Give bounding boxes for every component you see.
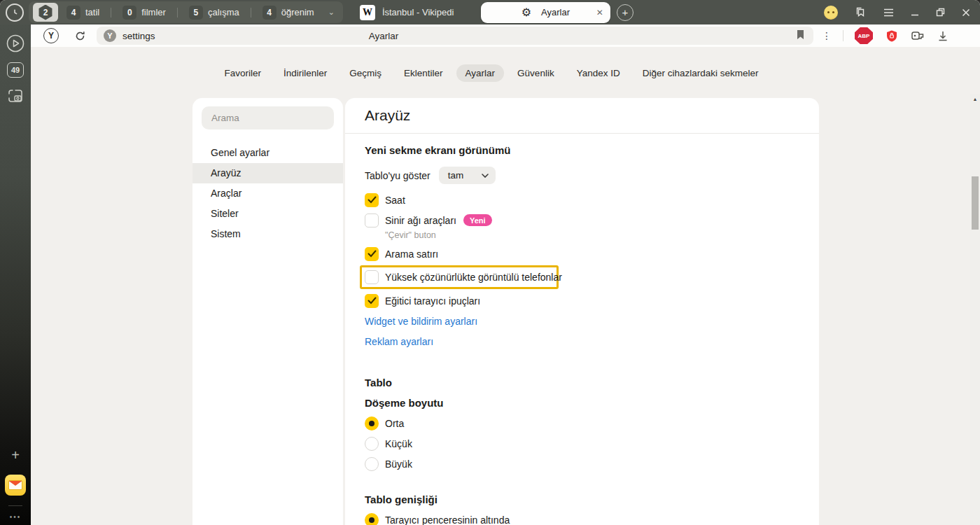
screenshot-icon[interactable] (6, 88, 24, 104)
radio-unselected[interactable] (365, 457, 379, 471)
divider (251, 8, 251, 18)
radio-unselected[interactable] (365, 437, 379, 451)
profile-avatar[interactable] (824, 6, 838, 20)
divider (843, 30, 844, 41)
video-play-icon[interactable] (6, 34, 24, 52)
tab-ayarlar-active[interactable]: ⚙ Ayarlar ✕ (481, 2, 610, 23)
checkbox-row-sinir-agi[interactable]: Sinir ağı araçları Yeni (365, 210, 799, 230)
checkbox-label: Sinir ağı araçları (385, 215, 456, 226)
tab-group-label: tatil (85, 7, 99, 18)
nav-gecmis[interactable]: Geçmiş (340, 64, 391, 82)
page-scrollbar[interactable]: ▲ (970, 94, 980, 525)
tile-size-heading: Döşeme boyutu (365, 393, 799, 413)
ad-settings-link[interactable]: Reklam ayarları (365, 336, 433, 347)
show-table-row: Tablo'yu göster tam (365, 167, 799, 184)
settings-search-input[interactable] (202, 106, 334, 130)
checkbox-row-saat[interactable]: Saat (365, 190, 799, 210)
section-araclar[interactable]: Araçlar (192, 183, 343, 204)
yandex-home-button[interactable]: Y (43, 28, 59, 43)
tab-title: Ayarlar (541, 7, 570, 18)
adblock-abp-icon[interactable]: ABP (855, 27, 873, 44)
checkbox-label: Eğitici tarayıcı ipuçları (385, 295, 480, 307)
section-siteler[interactable]: Siteler (192, 204, 343, 224)
tab-group-filmler[interactable]: 0 filmler (115, 3, 173, 22)
tab-group-current[interactable]: 2 (33, 3, 58, 22)
tab-istanbul-vikipedi[interactable]: W İstanbul - Vikipedi (353, 1, 475, 23)
section-sistem[interactable]: Sistem (192, 224, 343, 244)
downloads-icon[interactable] (937, 30, 948, 42)
tab-group-ogrenim[interactable]: 4 öğrenim (255, 3, 321, 22)
widget-notification-settings-link[interactable]: Widget ve bildirim ayarları (365, 316, 477, 327)
url-text[interactable]: settings (122, 31, 155, 41)
checkbox-row-yuksek-cozunurluk[interactable]: Yüksek çözünürlükte görüntülü telefonlar (365, 268, 562, 286)
checkbox-unchecked[interactable] (365, 214, 379, 227)
maximize-button[interactable] (936, 8, 945, 17)
radio-label: Büyük (385, 458, 412, 470)
menu-hamburger-icon[interactable] (883, 8, 894, 17)
tab-close-icon[interactable]: ✕ (596, 8, 603, 18)
tab-group-tatil[interactable]: 4 tatil (59, 3, 106, 22)
checkbox-checked[interactable] (365, 193, 379, 207)
nav-eklentiler[interactable]: Eklentiler (395, 64, 452, 82)
nav-yandex-id[interactable]: Yandex ID (568, 64, 629, 82)
scrollbar-up-arrow[interactable]: ▲ (972, 97, 979, 102)
password-manager-key-icon[interactable] (911, 29, 925, 42)
checkbox-checked[interactable] (365, 247, 379, 261)
checkbox-row-arama-satiri[interactable]: Arama satırı (365, 244, 799, 264)
divider (8, 505, 22, 506)
radio-row-orta[interactable]: Orta (365, 413, 799, 433)
nav-diger-cihazlar[interactable]: Diğer cihazlardaki sekmeler (634, 64, 768, 82)
checkbox-checked[interactable] (365, 294, 379, 308)
new-tab-button[interactable]: + (617, 4, 634, 21)
nav-favoriler[interactable]: Favoriler (215, 64, 270, 82)
tab-groups-chevron-down-icon[interactable]: ⌄ (328, 8, 335, 17)
page-title: Ayarlar (335, 31, 433, 41)
radio-label: Orta (385, 418, 404, 429)
section-arayuz-active[interactable]: Arayüz (192, 163, 343, 183)
radio-selected[interactable] (365, 513, 379, 525)
checkbox-row-egitici-ipuclari[interactable]: Eğitici tarayıcı ipuçları (365, 290, 799, 311)
tab-group-calisma[interactable]: 5 çalışma (182, 3, 246, 22)
radio-selected[interactable] (365, 416, 379, 430)
new-feature-badge: Yeni (463, 214, 492, 226)
protect-shield-icon[interactable] (886, 29, 898, 43)
checkbox-label: Saat (385, 195, 405, 206)
address-bar[interactable]: Y settings Ayarlar (97, 27, 813, 45)
tab-group-count-badge: 5 (189, 6, 203, 20)
tabs-counter-button[interactable]: 49 (7, 62, 24, 78)
nav-ayarlar-active[interactable]: Ayarlar (456, 64, 505, 82)
reload-button[interactable] (71, 30, 88, 42)
chevron-down-icon (482, 174, 489, 178)
tabs-count-label: 49 (7, 62, 24, 78)
address-toolbar: ← Y Y settings Ayarlar ⋮ ABP (0, 24, 980, 47)
dropdown-value: tam (448, 170, 464, 181)
bookmark-icon[interactable] (796, 29, 805, 43)
section-genel-ayarlar[interactable]: Genel ayarlar (192, 143, 343, 163)
scrollbar-thumb[interactable] (972, 176, 979, 230)
tab-groups-strip: 2 4 tatil 0 filmler 5 çalışma 4 öğrenim … (29, 1, 343, 23)
history-clock-button[interactable] (6, 4, 24, 22)
close-window-button[interactable] (962, 8, 970, 17)
nav-indirilenler[interactable]: İndirilenler (274, 64, 336, 82)
radio-row-buyuk[interactable]: Büyük (365, 454, 799, 474)
yandex-mail-icon[interactable] (5, 475, 26, 496)
settings-sidebar-card: Genel ayarlar Arayüz Araçlar Siteler Sis… (192, 98, 343, 525)
table-heading: Tablo (365, 372, 799, 393)
add-widget-plus-icon[interactable]: + (11, 447, 20, 463)
side-panels-icon[interactable] (855, 6, 867, 18)
extensions-menu-dots-icon[interactable]: ⋮ (822, 30, 836, 41)
tab-title: İstanbul - Vikipedi (382, 7, 454, 18)
tab-group-label: filmler (141, 7, 166, 18)
content-title: Arayüz (345, 98, 819, 134)
radio-row-tarayici-altinda[interactable]: Tarayıcı penceresinin altında (365, 510, 799, 525)
nav-guvenlik[interactable]: Güvenlik (508, 64, 564, 82)
rail-more-dots-icon[interactable]: ••• (10, 513, 22, 521)
divider (111, 8, 111, 18)
tab-group-label: çalışma (208, 7, 239, 18)
checkbox-unchecked[interactable] (365, 270, 379, 284)
minimize-button[interactable] (911, 8, 919, 17)
radio-label: Tarayıcı penceresinin altında (385, 514, 510, 525)
show-table-dropdown[interactable]: tam (439, 167, 496, 184)
radio-row-kucuk[interactable]: Küçük (365, 433, 799, 454)
tab-group-count-badge: 0 (122, 6, 136, 20)
